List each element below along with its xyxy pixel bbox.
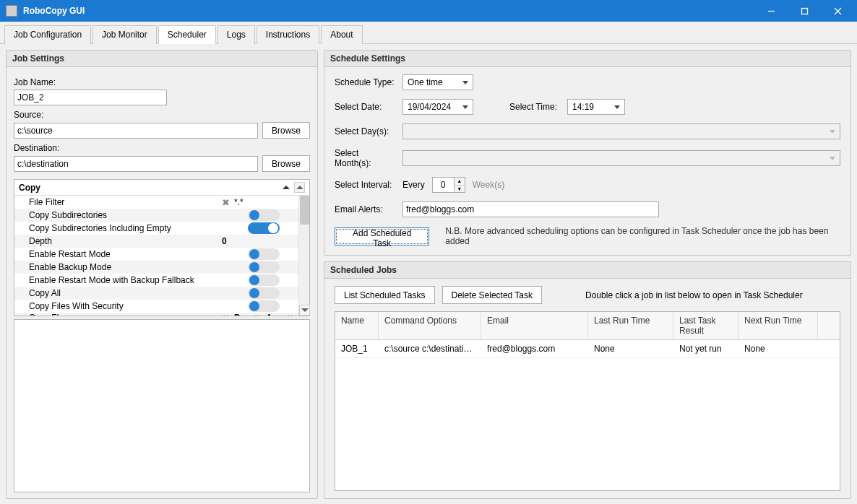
add-scheduled-task-button[interactable]: Add Scheduled Task xyxy=(335,227,429,246)
grid-header: Name Command Options Email Last Run Time… xyxy=(335,312,840,340)
file-filter-value[interactable]: *.* xyxy=(234,197,244,207)
opt-copy-all: Copy All xyxy=(29,288,222,298)
interval-every-label: Every xyxy=(402,180,425,190)
tab-about[interactable]: About xyxy=(321,25,362,44)
tab-job-monitor[interactable]: Job Monitor xyxy=(92,25,157,44)
job-name-label: Job Name: xyxy=(14,77,310,87)
source-label: Source: xyxy=(14,110,310,120)
opt-copy-subdirs: Copy Subdirectories xyxy=(29,210,222,220)
tab-scheduler[interactable]: Scheduler xyxy=(158,25,216,44)
job-settings-panel: Job Settings Job Name: Source: Browse De… xyxy=(6,50,318,499)
maximize-button[interactable] xyxy=(788,0,821,22)
scroll-down-icon[interactable] xyxy=(299,305,310,316)
options-scrollbar[interactable] xyxy=(298,196,309,316)
opt-copy-security: Copy Files With Security xyxy=(29,301,222,311)
opt-depth: Depth xyxy=(29,236,222,246)
select-date-label: Select Date: xyxy=(335,102,395,112)
app-icon xyxy=(6,5,17,17)
flag-a-clear-icon[interactable]: ✖ xyxy=(254,313,262,316)
toggle-copy-all[interactable] xyxy=(248,287,280,299)
collapse-icon[interactable] xyxy=(283,186,290,189)
tab-strip: Job Configuration Job Monitor Scheduler … xyxy=(0,22,857,44)
interval-spinner[interactable]: ▲▼ xyxy=(432,177,465,193)
toggle-restart-backup-fallback[interactable] xyxy=(248,274,280,286)
tab-logs[interactable]: Logs xyxy=(218,25,255,44)
table-row[interactable]: JOB_1 c:\source c:\destination "... fred… xyxy=(335,340,840,358)
tab-job-configuration[interactable]: Job Configuration xyxy=(4,25,91,44)
depth-value[interactable]: 0 xyxy=(222,236,227,246)
toggle-copy-security[interactable] xyxy=(248,300,280,312)
days-select xyxy=(402,123,840,139)
row-last-result: Not yet run xyxy=(673,340,738,357)
log-output-area xyxy=(14,319,310,492)
select-time-label: Select Time: xyxy=(509,102,560,112)
col-last-run[interactable]: Last Run Time xyxy=(588,312,673,339)
row-command: c:\source c:\destination "... xyxy=(379,340,481,357)
opt-restart-mode: Enable Restart Mode xyxy=(29,249,222,259)
schedule-settings-panel: Schedule Settings Schedule Type: One tim… xyxy=(324,50,851,256)
job-settings-header: Job Settings xyxy=(7,51,317,67)
opt-copy-flags: Copy Flags xyxy=(29,313,222,316)
email-alerts-input[interactable] xyxy=(402,201,659,217)
job-name-input[interactable] xyxy=(14,90,167,105)
minimize-button[interactable] xyxy=(754,0,788,22)
select-days-label: Select Day(s): xyxy=(335,126,395,136)
delete-selected-task-button[interactable]: Delete Selected Task xyxy=(442,286,543,304)
scheduled-jobs-header: Scheduled Jobs xyxy=(324,262,850,279)
select-months-label: Select Month(s): xyxy=(335,148,395,168)
copy-section-label: Copy xyxy=(19,183,40,193)
toggle-backup-mode[interactable] xyxy=(248,261,280,273)
list-scheduled-tasks-button[interactable]: List Scheduled Tasks xyxy=(335,286,435,304)
toggle-restart-mode[interactable] xyxy=(248,248,280,260)
months-select xyxy=(402,150,840,166)
clear-icon[interactable]: ✖ xyxy=(222,197,230,208)
row-next-run: None xyxy=(738,340,818,357)
destination-input[interactable] xyxy=(14,156,258,172)
scheduled-jobs-panel: Scheduled Jobs List Scheduled Tasks Dele… xyxy=(324,261,851,499)
flag-d-clear-icon[interactable]: ✖ xyxy=(222,313,230,316)
browse-source-button[interactable]: Browse xyxy=(262,122,310,139)
opt-copy-subdirs-empty: Copy Subdirectories Including Empty xyxy=(29,223,222,233)
title-bar: RoboCopy GUI xyxy=(0,0,857,22)
col-name[interactable]: Name xyxy=(335,312,379,339)
scheduled-jobs-grid[interactable]: Name Command Options Email Last Run Time… xyxy=(335,311,840,491)
schedule-settings-header: Schedule Settings xyxy=(324,51,850,67)
toggle-copy-subdirs[interactable] xyxy=(248,209,280,221)
close-button[interactable] xyxy=(821,0,854,22)
app-title: RoboCopy GUI xyxy=(23,6,754,16)
col-next-run[interactable]: Next Run Time xyxy=(738,312,818,339)
copy-options-section: Copy File Filter✖ *.* Copy Subdirectorie… xyxy=(14,179,310,316)
schedule-type-label: Schedule Type: xyxy=(335,77,395,87)
svg-rect-1 xyxy=(801,8,807,14)
scroll-up-icon[interactable] xyxy=(294,182,305,193)
col-command[interactable]: Command Options xyxy=(379,312,481,339)
destination-label: Destination: xyxy=(14,143,310,153)
opt-file-filter: File Filter xyxy=(29,197,222,207)
opt-restart-backup-fallback: Enable Restart Mode with Backup Fallback xyxy=(29,275,222,285)
tab-instructions[interactable]: Instructions xyxy=(257,25,319,44)
time-select[interactable]: 14:19 xyxy=(567,99,625,115)
interval-unit: Week(s) xyxy=(473,180,504,190)
row-email: fred@bloggs.com xyxy=(481,340,588,357)
date-select[interactable]: 19/04/2024 xyxy=(402,99,473,115)
schedule-type-select[interactable]: One time xyxy=(402,74,473,90)
toggle-copy-subdirs-empty[interactable] xyxy=(248,222,280,234)
select-interval-label: Select Interval: xyxy=(335,180,395,190)
opt-backup-mode: Enable Backup Mode xyxy=(29,262,222,272)
row-last-run: None xyxy=(588,340,673,357)
browse-destination-button[interactable]: Browse xyxy=(262,155,310,172)
add-task-note: N.B. More advanced scheduling options ca… xyxy=(445,226,840,246)
flag-t-clear-icon[interactable]: ✖ xyxy=(286,313,294,316)
row-name: JOB_1 xyxy=(335,340,379,357)
col-email[interactable]: Email xyxy=(481,312,588,339)
open-in-scheduler-hint: Double click a job in list below to open… xyxy=(585,290,803,300)
interval-value-input[interactable] xyxy=(432,177,454,193)
email-alerts-label: Email Alerts: xyxy=(335,204,395,214)
source-input[interactable] xyxy=(14,123,258,139)
col-last-result[interactable]: Last Task Result xyxy=(673,312,738,339)
